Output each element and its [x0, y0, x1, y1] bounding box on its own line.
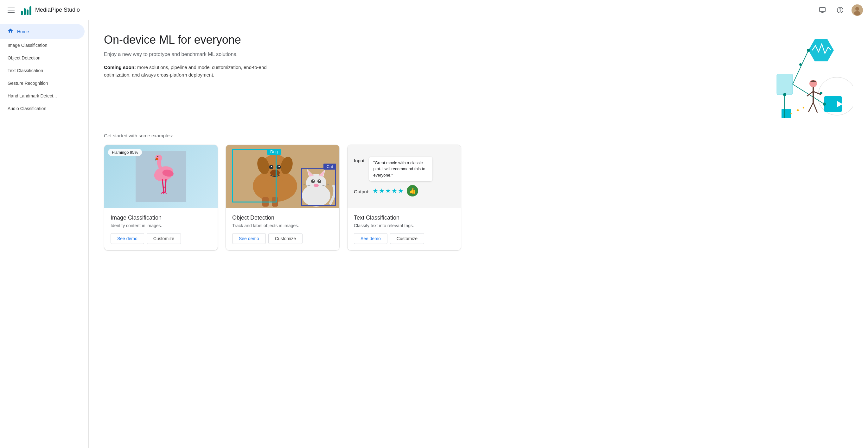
- nav-left: MediaPipe Studio: [5, 5, 816, 15]
- card-image-classification: Flamingo 95%: [104, 145, 218, 250]
- menu-button[interactable]: [5, 5, 17, 15]
- sidebar-item-label-gesture: Gesture Recognition: [8, 81, 48, 86]
- card-text-classification: Input: "Great movie with a classic plot.…: [347, 145, 461, 250]
- see-demo-obj-detect[interactable]: See demo: [232, 233, 266, 244]
- see-demo-text-class[interactable]: See demo: [354, 233, 388, 244]
- hero-subtitle: Enjoy a new way to prototype and benchma…: [104, 51, 294, 57]
- svg-line-22: [808, 103, 813, 112]
- card-actions-text-class: See demo Customize: [347, 233, 461, 250]
- svg-point-15: [823, 103, 826, 106]
- svg-point-17: [783, 93, 786, 96]
- card-text-classification-image: Input: "Great movie with a classic plot.…: [347, 145, 461, 208]
- dog-label: Dog: [267, 149, 281, 155]
- output-label: Output:: [354, 189, 369, 194]
- text-input-row: Input: "Great movie with a classic plot.…: [354, 157, 432, 182]
- svg-point-4: [855, 7, 859, 11]
- star-3: ★: [385, 187, 391, 195]
- sidebar-item-image-classification[interactable]: Image Classification: [0, 39, 85, 51]
- svg-point-47: [278, 166, 280, 167]
- coming-soon-label: Coming soon:: [104, 65, 136, 70]
- main-content: On-device ML for everyone Enjoy a new wa…: [89, 20, 868, 448]
- svg-point-45: [277, 165, 281, 169]
- card-actions-obj-detect: See demo Customize: [226, 233, 339, 250]
- card-desc-obj-detect: Track and label objects in images.: [232, 223, 333, 228]
- flamingo-badge: Flamingo 95%: [108, 149, 142, 156]
- svg-rect-10: [777, 74, 793, 95]
- see-demo-image-class[interactable]: See demo: [111, 233, 144, 244]
- card-title-obj-detect: Object Detection: [232, 214, 333, 221]
- thumbs-up-icon: 👍: [407, 185, 418, 197]
- svg-point-32: [157, 156, 158, 157]
- svg-point-13: [807, 49, 810, 52]
- input-text-bubble: "Great movie with a classic plot. I will…: [369, 157, 432, 182]
- svg-point-5: [854, 11, 860, 15]
- app-logo: [21, 5, 31, 15]
- card-object-detection: Dog Cat Object Detection Track and label…: [225, 145, 340, 250]
- star-1: ★: [373, 187, 378, 195]
- sidebar-item-label-text-class: Text Classification: [8, 68, 43, 73]
- hero-illustration: ✦ ✦ ✦: [733, 33, 853, 123]
- star-2: ★: [379, 187, 384, 195]
- sidebar-item-home[interactable]: Home: [0, 24, 85, 39]
- sidebar-item-object-detection[interactable]: Object Detection: [0, 51, 85, 64]
- home-icon: [8, 28, 13, 35]
- card-desc-image-class: Identify content in images.: [111, 223, 211, 228]
- star-5: ★: [398, 187, 404, 195]
- card-actions-image-class: See demo Customize: [104, 233, 218, 250]
- sidebar-item-label-audio: Audio Classification: [8, 106, 46, 111]
- cards-grid: Flamingo 95%: [104, 145, 853, 250]
- sidebar-item-label-hand: Hand Landmark Detect...: [8, 93, 57, 98]
- cat-label: Cat: [323, 164, 336, 170]
- card-title-image-class: Image Classification: [111, 214, 211, 221]
- svg-point-27: [799, 63, 802, 66]
- dog-bounding-box: [232, 149, 277, 203]
- card-image-classification-body: Image Classification Identify content in…: [104, 208, 218, 228]
- sidebar-item-label-obj-detect: Object Detection: [8, 55, 40, 61]
- top-navigation: MediaPipe Studio: [0, 0, 868, 20]
- star-4: ★: [392, 187, 397, 195]
- app-layout: Home Image Classification Object Detecti…: [0, 20, 868, 448]
- help-button[interactable]: [834, 4, 846, 16]
- card-image-classification-image: Flamingo 95%: [104, 145, 218, 208]
- examples-label: Get started with some examples:: [104, 133, 853, 138]
- user-avatar[interactable]: [851, 4, 863, 16]
- sidebar-item-gesture-recognition[interactable]: Gesture Recognition: [0, 77, 85, 90]
- sidebar-item-text-classification[interactable]: Text Classification: [0, 64, 85, 77]
- sidebar-item-audio-classification[interactable]: Audio Classification: [0, 102, 85, 115]
- card-desc-text-class: Classify text into relevant tags.: [354, 223, 455, 228]
- input-label: Input:: [354, 158, 366, 163]
- svg-rect-0: [819, 7, 825, 11]
- hero-title: On-device ML for everyone: [104, 33, 294, 46]
- nav-right: [816, 4, 863, 16]
- card-object-detection-body: Object Detection Track and label objects…: [226, 208, 339, 228]
- sidebar-item-hand-landmark[interactable]: Hand Landmark Detect...: [0, 90, 85, 102]
- hero-text: On-device ML for everyone Enjoy a new wa…: [104, 33, 294, 79]
- svg-text:✦: ✦: [789, 112, 793, 116]
- app-title: MediaPipe Studio: [35, 7, 80, 13]
- cat-bounding-box: [301, 168, 336, 206]
- customize-image-class[interactable]: Customize: [147, 233, 181, 244]
- hero-section: On-device ML for everyone Enjoy a new wa…: [104, 33, 853, 123]
- svg-point-28: [820, 92, 823, 94]
- sidebar-item-label-home: Home: [17, 29, 29, 34]
- sidebar-item-label-image-class: Image Classification: [8, 43, 47, 48]
- sidebar: Home Image Classification Object Detecti…: [0, 20, 89, 448]
- svg-point-2: [840, 11, 840, 12]
- card-text-classification-body: Text Classification Classify text into r…: [347, 208, 461, 228]
- customize-obj-detect[interactable]: Customize: [268, 233, 303, 244]
- text-output-row: Output: ★ ★ ★ ★ ★ 👍: [354, 185, 418, 197]
- card-object-detection-image: Dog Cat: [226, 145, 339, 208]
- customize-text-class[interactable]: Customize: [390, 233, 424, 244]
- svg-text:✦: ✦: [796, 108, 800, 113]
- card-title-text-class: Text Classification: [354, 214, 455, 221]
- svg-line-23: [813, 103, 817, 113]
- feedback-button[interactable]: [816, 4, 829, 16]
- svg-line-12: [793, 50, 808, 84]
- star-rating: ★ ★ ★ ★ ★: [373, 187, 404, 195]
- hero-coming-soon: Coming soon: more solutions, pipeline an…: [104, 64, 294, 79]
- svg-text:✦: ✦: [802, 106, 805, 109]
